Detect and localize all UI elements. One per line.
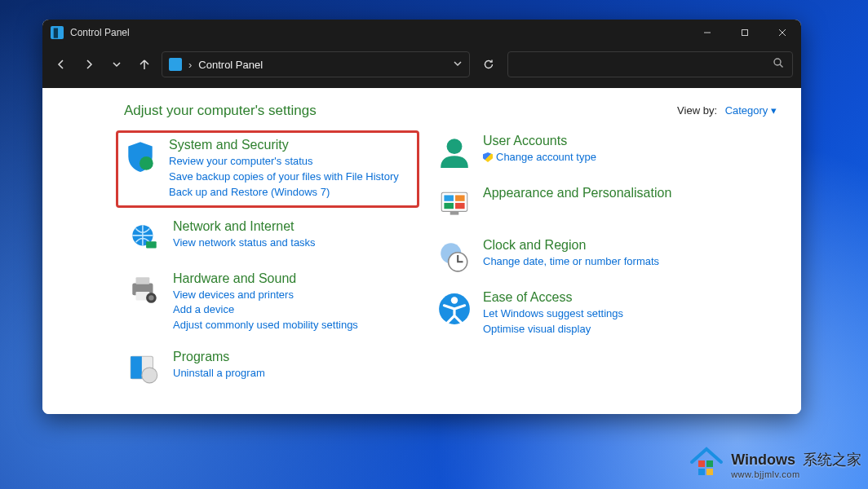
category-link[interactable]: Change account type [483,150,724,165]
category-title[interactable]: System and Security [169,138,412,152]
svg-rect-31 [706,469,713,475]
svg-rect-20 [455,195,465,200]
category-title[interactable]: Programs [173,350,414,364]
view-by-value: Category [725,104,768,117]
category-title[interactable]: User Accounts [483,134,724,148]
forward-button[interactable] [78,54,100,75]
navbar: › Control Panel [42,46,801,88]
category-hardware[interactable]: Hardware and Sound View devices and prin… [124,268,418,337]
minimize-button[interactable] [689,20,726,46]
category-clock-region[interactable]: Clock and Region Change date, time or nu… [434,235,728,277]
view-by-label: View by: [677,104,717,117]
svg-rect-8 [146,241,157,248]
category-link[interactable]: Save backup copies of your files with Fi… [169,170,412,185]
refresh-button[interactable] [476,52,501,77]
control-panel-window: ▋ Control Panel [42,20,801,414]
shield-icon [123,139,157,174]
watermark: Windows 系统之家 www.bjjmlv.com [689,444,861,484]
category-programs[interactable]: Programs Uninstall a program [124,346,418,389]
category-title[interactable]: Hardware and Sound [173,271,414,286]
breadcrumb-separator-icon: › [188,59,192,71]
category-system-security[interactable]: System and Security Review your computer… [116,130,419,208]
window-title: Control Panel [70,27,130,38]
category-link[interactable]: View devices and printers [173,288,414,303]
category-link[interactable]: Change date, time or number formats [483,254,724,270]
category-link[interactable]: Add a device [173,302,414,318]
svg-point-17 [447,139,463,154]
svg-rect-10 [136,277,150,284]
category-link[interactable]: Back up and Restore (Windows 7) [169,185,412,200]
address-dropdown-icon[interactable] [453,59,463,71]
category-link[interactable]: Review your computer's status [169,154,412,170]
svg-rect-22 [455,203,465,209]
category-user-accounts[interactable]: User Accounts Change account type [434,130,728,173]
user-icon [437,135,472,170]
category-link[interactable]: Uninstall a program [173,366,414,381]
titlebar: ▋ Control Panel [42,20,801,46]
search-input[interactable] [507,51,793,77]
up-button[interactable] [134,54,155,75]
content-area: Adjust your computer's settings View by:… [42,88,801,414]
svg-rect-21 [444,203,454,209]
svg-rect-30 [698,469,705,475]
back-button[interactable] [51,54,72,75]
watermark-brand: Windows [731,452,795,468]
category-link[interactable]: Adjust commonly used mobility settings [173,318,414,333]
address-bar[interactable]: › Control Panel [162,51,470,77]
svg-rect-29 [706,460,713,467]
printer-icon [127,273,162,307]
globe-icon [127,221,162,255]
svg-rect-1 [742,30,748,36]
accessibility-icon [437,292,472,326]
category-ease-of-access[interactable]: Ease of Access Let Windows suggest setti… [434,287,728,341]
svg-line-5 [780,64,783,68]
history-dropdown[interactable] [106,54,127,75]
category-network[interactable]: Network and Internet View network status… [124,216,418,258]
svg-point-4 [774,59,781,65]
search-icon [773,57,784,72]
view-by-dropdown[interactable]: View by: Category ▾ [677,104,777,117]
maximize-button[interactable] [726,20,764,46]
house-logo-icon [689,444,724,484]
svg-rect-23 [450,211,459,214]
svg-point-16 [142,368,157,383]
svg-rect-28 [698,460,705,467]
programs-icon [127,351,162,385]
category-link[interactable]: Optimise visual display [483,322,724,337]
svg-point-27 [451,297,458,303]
category-link[interactable]: View network status and tasks [173,236,414,251]
watermark-tagline: 系统之家 [803,452,861,468]
address-control-panel-icon [169,58,182,71]
category-title[interactable]: Appearance and Personalisation [483,186,724,200]
address-label: Control Panel [198,59,263,71]
personalisation-icon [437,187,472,222]
right-column: User Accounts Change account type Appear… [434,130,728,399]
left-column: System and Security Review your computer… [124,130,418,399]
close-button[interactable] [764,20,801,46]
category-title[interactable]: Clock and Region [483,238,724,253]
category-link[interactable]: Let Windows suggest settings [483,306,724,322]
category-title[interactable]: Network and Internet [173,219,414,234]
category-title[interactable]: Ease of Access [483,290,724,305]
svg-rect-15 [131,356,142,378]
svg-point-13 [148,295,153,300]
svg-point-6 [140,156,153,170]
desktop-background: ▋ Control Panel [0,0,868,489]
category-appearance[interactable]: Appearance and Personalisation [434,183,728,225]
svg-rect-19 [444,195,454,200]
control-panel-icon: ▋ [51,26,64,39]
watermark-url: www.bjjmlv.com [731,469,861,479]
clock-icon [437,240,472,274]
